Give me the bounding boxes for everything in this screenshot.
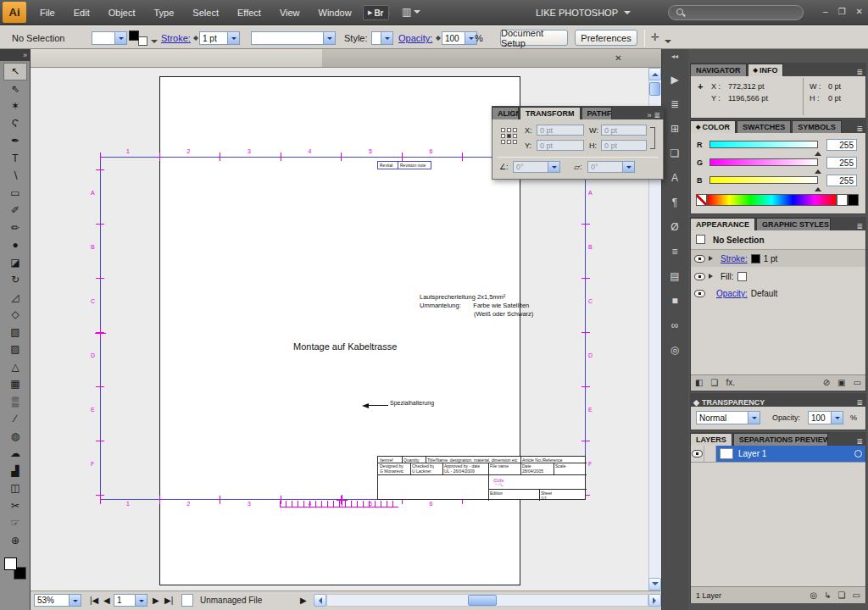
panel-menu-icon[interactable]: ≣ <box>856 222 863 230</box>
stroke-weight-value[interactable]: 1 pt <box>199 31 228 45</box>
tab-swatches[interactable]: SWATCHES <box>737 120 791 133</box>
panel-menu-icon[interactable]: ≣ <box>856 125 863 133</box>
fill-swatch-icon[interactable] <box>4 557 17 570</box>
status-flyout-button[interactable]: ▶ <box>300 596 307 605</box>
channel-slider[interactable] <box>709 141 818 148</box>
visibility-eye-icon[interactable] <box>692 450 703 458</box>
chevron-down-icon[interactable] <box>115 31 127 45</box>
stepper-icon[interactable] <box>192 31 199 45</box>
brush-definition-dropdown[interactable] <box>251 31 336 45</box>
menu-view[interactable]: View <box>270 0 309 25</box>
tab-pathfinder[interactable]: PATHFINDER <box>581 107 612 119</box>
drawing-text-callout[interactable]: Spezialhalterung <box>390 400 434 406</box>
opacity-control[interactable]: 100 <box>434 31 477 45</box>
tools-collapse-button[interactable]: » <box>0 49 31 61</box>
revision-note-box[interactable]: Revital Revision note <box>377 161 431 169</box>
tab-align[interactable]: ALIGN <box>492 107 519 119</box>
none-swatch[interactable] <box>696 194 707 206</box>
chevron-down-icon[interactable] <box>228 31 240 45</box>
document-setup-button[interactable]: Document Setup <box>500 30 568 46</box>
chevron-down-icon[interactable] <box>623 161 635 173</box>
new-sublayer-icon[interactable]: ↳ <box>824 591 831 600</box>
layer-lock-cell[interactable] <box>704 446 716 462</box>
slider-marker-icon[interactable] <box>815 166 821 174</box>
slider-marker-icon[interactable] <box>815 148 821 156</box>
minimize-button[interactable]: – <box>823 7 828 16</box>
rotate-value[interactable]: 0° <box>513 161 548 173</box>
menu-select[interactable]: Select <box>183 0 228 25</box>
duplicate-item-icon[interactable]: ▣ <box>837 378 845 387</box>
stroke-panel-icon[interactable]: ▤ <box>665 268 685 285</box>
white-swatch[interactable] <box>837 194 848 206</box>
status-mini-field[interactable] <box>181 594 193 607</box>
transparency-opacity-control[interactable]: 100 <box>808 411 843 424</box>
channel-slider[interactable] <box>709 176 818 184</box>
layer-row[interactable]: Layer 1 <box>691 446 865 463</box>
rectangle-tool[interactable]: ▭ <box>3 185 27 202</box>
shear-dropdown[interactable]: 0° <box>587 161 635 173</box>
go-to-bridge-button[interactable]: ▶ Br <box>363 5 389 20</box>
control-extra-icon[interactable]: ✛ <box>651 31 659 43</box>
selection-tool[interactable]: ↖ <box>3 63 27 80</box>
channel-value[interactable]: 255 <box>826 157 857 169</box>
gradient-panel-icon[interactable]: ■ <box>665 292 685 309</box>
last-artboard-button[interactable]: ▶| <box>164 596 173 605</box>
tab-overflow-icon[interactable]: » <box>647 111 651 119</box>
fill-stroke-widget[interactable] <box>129 30 147 46</box>
expander-icon[interactable] <box>709 274 715 279</box>
free-transform-tool[interactable]: ▧ <box>3 324 27 341</box>
eraser-tool[interactable]: ◪ <box>3 254 27 272</box>
line-segment-tool[interactable]: ∖ <box>3 167 27 185</box>
dock-collapse-button[interactable]: ◂◂ <box>661 51 688 62</box>
document-tab[interactable] <box>31 49 322 68</box>
zoom-value[interactable]: 53% <box>34 594 70 607</box>
remove-item-icon[interactable]: ⊘ <box>823 378 830 387</box>
pencil-tool[interactable]: ✏ <box>3 219 27 237</box>
vertical-scroll-thumb[interactable] <box>649 82 660 96</box>
scroll-up-button[interactable] <box>648 68 661 80</box>
symbol-sprayer-tool[interactable]: ☁ <box>3 445 27 463</box>
eyedropper-tool[interactable]: ∕ <box>3 410 27 428</box>
rotate-dropdown[interactable]: 0° <box>513 161 560 173</box>
variant-dropdown[interactable] <box>92 31 127 45</box>
appearance-row-stroke[interactable]: Stroke: 1 pt <box>691 250 865 267</box>
stepper-icon[interactable] <box>434 31 442 45</box>
column-graph-tool[interactable]: ▟ <box>3 463 27 480</box>
fill-proxy-icon[interactable] <box>129 30 139 41</box>
chevron-down-icon[interactable] <box>748 411 760 424</box>
zoom-control[interactable]: 53% <box>34 594 81 607</box>
magic-wand-tool[interactable]: ✶ <box>3 97 27 115</box>
appearance-row-opacity[interactable]: Opacity: Default <box>691 286 865 301</box>
chevron-down-icon[interactable] <box>381 31 393 45</box>
first-artboard-button[interactable]: |◀ <box>90 596 98 605</box>
blend-mode-value[interactable]: Normal <box>696 411 748 424</box>
appearance-row-fill[interactable]: Fill: <box>691 268 865 285</box>
menu-window[interactable]: Window <box>309 0 361 25</box>
transform-panel-icon[interactable]: ⊞ <box>665 120 685 137</box>
character-panel-icon[interactable]: A <box>665 169 685 186</box>
scroll-down-button[interactable] <box>648 578 661 591</box>
scroll-left-button[interactable] <box>314 594 326 607</box>
chevron-down-icon[interactable] <box>136 594 147 607</box>
make-clipping-mask-icon[interactable]: ◎ <box>810 591 817 600</box>
menu-file[interactable]: File <box>31 0 64 25</box>
stroke-link[interactable]: Stroke: <box>721 254 748 263</box>
blend-tool[interactable]: ◍ <box>3 428 27 446</box>
shear-value[interactable]: 0° <box>587 161 623 173</box>
menu-edit[interactable]: Edit <box>64 0 99 25</box>
hand-tool[interactable]: ☞ <box>3 514 27 532</box>
gradient-tool[interactable]: ▒ <box>3 393 27 411</box>
constrain-proportions-icon[interactable] <box>650 127 655 149</box>
channel-value[interactable]: 255 <box>826 139 857 151</box>
stroke-color-swatch[interactable] <box>751 254 760 263</box>
visibility-eye-icon[interactable] <box>694 273 705 280</box>
workspace-switcher[interactable]: LIKE PHOTOSHOP <box>536 0 631 25</box>
color-spectrum-bar[interactable] <box>707 194 837 206</box>
tab-info[interactable]: ◆INFO <box>748 64 784 76</box>
document-info-panel-icon[interactable]: ≣ <box>665 96 685 113</box>
actions-panel-icon[interactable]: ▶ <box>665 71 685 88</box>
channel-slider[interactable] <box>709 158 818 166</box>
type-tool[interactable]: T <box>3 150 27 168</box>
drawing-text-spec1[interactable]: Lautsprecherleitung 2x1,5mm² <box>420 293 505 301</box>
chevron-down-icon[interactable] <box>151 40 158 47</box>
